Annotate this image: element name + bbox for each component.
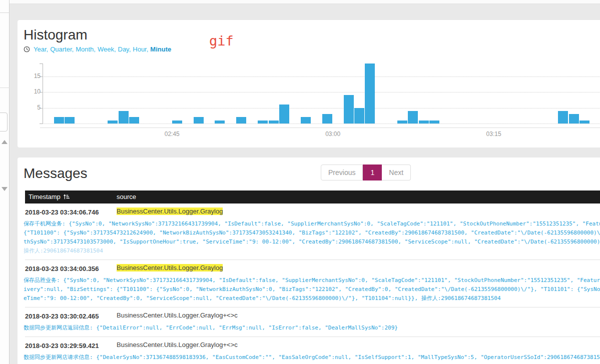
- sidebar-divider: [0, 12, 10, 13]
- y-axis-label: 5: [21, 104, 41, 111]
- graylog-search-page: { "histogram": { "title": "Histogram", "…: [0, 0, 600, 364]
- clock-icon: [24, 46, 30, 52]
- histogram-bar[interactable]: [558, 111, 568, 124]
- message-source: BusinessCenter.Utils.Logger.Graylog+<>c: [117, 312, 238, 319]
- message-text-line: 数据同步更新网店返回信息: {"DetailError":null, "ErrC…: [24, 324, 600, 332]
- histogram-resolution-day[interactable]: Day,: [118, 46, 131, 53]
- pagination-page-1-button[interactable]: 1: [363, 164, 382, 180]
- histogram-bar[interactable]: [301, 117, 311, 124]
- histogram-bar[interactable]: [172, 120, 182, 124]
- x-axis-label: 03:15: [474, 130, 514, 138]
- y-axis-tick: [40, 124, 43, 124]
- histogram-bar[interactable]: [569, 114, 579, 124]
- histogram-chart: 5101502:4503:0003:15: [18, 60, 600, 140]
- scroll-down-icon[interactable]: [2, 187, 8, 191]
- x-axis-label: 02:45: [152, 130, 192, 138]
- histogram-bar[interactable]: [119, 111, 129, 124]
- gif-overlay-text: gif: [209, 33, 234, 48]
- histogram-bar[interactable]: [269, 120, 279, 124]
- message-text-line-muted: 操作人:290618674687381504: [24, 246, 600, 256]
- left-sidebar-fragment: [0, 0, 10, 364]
- message-text-line: icePhone":null, "ShopName":"123123123123…: [24, 362, 600, 364]
- message-timestamp: 2018-03-23 03:29:59.421: [25, 342, 99, 350]
- histogram-bar[interactable]: [397, 120, 407, 124]
- histogram-resolution-selector: Year, Quarter, Month, Week, Day, Hour, M…: [24, 46, 171, 53]
- chart-gridline: [43, 124, 600, 124]
- histogram-bar[interactable]: [579, 120, 589, 124]
- message-row[interactable]: 2018-03-23 03:34:00.356BusinessCenter.Ut…: [25, 260, 600, 308]
- histogram-bar[interactable]: [279, 104, 289, 124]
- pagination-previous-button[interactable]: Previous: [321, 164, 363, 180]
- histogram-bar[interactable]: [354, 108, 364, 124]
- message-timestamp: 2018-03-23 03:30:02.465: [25, 312, 99, 320]
- y-axis-line: [43, 64, 43, 124]
- histogram-resolution-hour[interactable]: Hour,: [133, 46, 148, 53]
- message-text-line: thSysNo":371735473103573000, "IsSupportO…: [24, 238, 600, 246]
- y-axis-label: 15: [21, 72, 41, 80]
- timestamp-column-label: Timestamp: [29, 193, 61, 200]
- message-source: BusinessCenter.Utils.Logger.Graylog: [117, 208, 223, 215]
- pagination: Previous 1 Next: [321, 164, 411, 180]
- y-axis-tick: [40, 64, 43, 64]
- message-timestamp: 2018-03-23 03:34:06.746: [25, 208, 99, 216]
- histogram-bar[interactable]: [258, 120, 268, 124]
- histogram-bar[interactable]: [236, 117, 246, 124]
- chart-gridline: [43, 108, 600, 108]
- message-row[interactable]: 2018-03-23 03:29:59.421BusinessCenter.Ut…: [25, 337, 600, 364]
- histogram-resolution-minute[interactable]: Minute: [150, 46, 171, 53]
- message-text-line: 数据同步更新网店请求信息: {"DealerSysNo":37136748859…: [24, 353, 600, 362]
- histogram-bar[interactable]: [108, 120, 118, 124]
- pagination-next-button[interactable]: Next: [382, 164, 411, 180]
- chart-gridline: [43, 92, 600, 92]
- histogram-bar[interactable]: [419, 120, 429, 124]
- scroll-up-icon[interactable]: [2, 140, 8, 144]
- histogram-bar[interactable]: [429, 120, 439, 124]
- histogram-panel: Histogram Year, Quarter, Month, Week, Da…: [18, 20, 600, 148]
- message-text-line: 保存品胜业务: {"SysNo":0, "NetworkSysNo":37173…: [24, 276, 600, 285]
- histogram-bar[interactable]: [322, 114, 332, 124]
- histogram-bar[interactable]: [344, 95, 354, 124]
- message-text-line: 保存千机网业务: {"SysNo":0, "NetworkSysNo":3717…: [24, 220, 600, 228]
- message-source: BusinessCenter.Utils.Logger.Graylog: [117, 264, 223, 272]
- histogram-resolution-quarter[interactable]: Quarter,: [50, 46, 74, 53]
- message-timestamp: 2018-03-23 03:34:00.356: [25, 265, 99, 272]
- y-axis-label: 10: [21, 88, 41, 95]
- messages-table-body: 2018-03-23 03:34:06.746BusinessCenter.Ut…: [25, 204, 600, 364]
- histogram-resolution-year[interactable]: Year,: [34, 46, 48, 53]
- histogram-bar[interactable]: [194, 117, 204, 124]
- messages-title: Messages: [24, 166, 88, 182]
- histogram-bar[interactable]: [365, 64, 375, 124]
- message-row[interactable]: 2018-03-23 03:34:06.746BusinessCenter.Ut…: [25, 204, 600, 260]
- x-axis-label: 03:00: [313, 130, 353, 138]
- top-bar: [0, 0, 600, 4]
- message-text-line: ivery":null, "BizSettings": {"T101100": …: [24, 285, 600, 294]
- timestamp-column-header[interactable]: Timestamp: [29, 193, 70, 200]
- histogram-bar[interactable]: [54, 117, 64, 124]
- sidebar-divider: [0, 88, 10, 88]
- histogram-bar[interactable]: [408, 111, 418, 124]
- chart-gridline: [43, 76, 600, 77]
- sidebar-input-fragment[interactable]: [0, 112, 8, 132]
- messages-panel: Messages Previous 1 Next Timestamp sourc…: [18, 158, 600, 364]
- message-source: BusinessCenter.Utils.Logger.Graylog+<>c: [117, 341, 238, 348]
- histogram-resolution-week[interactable]: Week,: [98, 46, 116, 53]
- histogram-bar[interactable]: [215, 120, 225, 124]
- x-axis-line: [40, 128, 600, 128]
- source-column-header[interactable]: source: [117, 193, 136, 200]
- histogram-bar[interactable]: [65, 117, 75, 124]
- message-text-line: eTime":"9: 00-12:00", "CreatedBy":0, "Se…: [24, 294, 600, 303]
- message-row[interactable]: 2018-03-23 03:30:02.465BusinessCenter.Ut…: [25, 308, 600, 337]
- histogram-title: Histogram: [24, 27, 88, 43]
- sort-order-icon[interactable]: [63, 194, 70, 200]
- message-text-line: {"T101100": {"SysNo":371735473212624900,…: [24, 228, 600, 238]
- histogram-resolution-month[interactable]: Month,: [76, 46, 96, 53]
- histogram-bar[interactable]: [129, 117, 139, 124]
- messages-table-header: Timestamp source: [25, 190, 600, 204]
